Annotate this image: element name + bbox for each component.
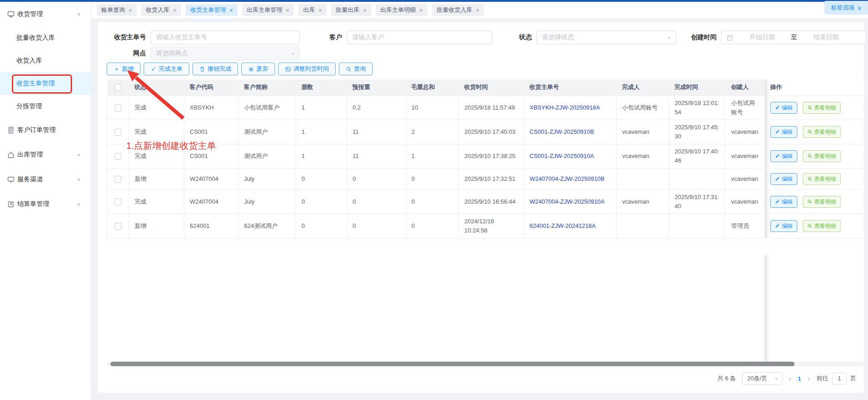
master-order-link[interactable]: W2407004-ZJW-20250910B: [530, 175, 605, 182]
status-select[interactable]: 请选择状态 ∨: [536, 31, 676, 44]
customer-input[interactable]: 请输入客户: [347, 31, 492, 44]
close-icon[interactable]: ×: [476, 7, 479, 13]
view-detail-button[interactable]: 查看明细: [803, 220, 841, 232]
tab[interactable]: 出库 ×: [298, 4, 327, 16]
master-order-link[interactable]: W2407004-ZJW-20250910A: [530, 198, 605, 205]
sidebar-item-label: 出库管理: [17, 151, 43, 159]
view-detail-button[interactable]: 查看明细: [803, 102, 841, 114]
view-detail-button[interactable]: 查看明细: [803, 126, 841, 138]
tab[interactable]: 批量收货入库 ×: [432, 4, 484, 16]
home-icon: [7, 151, 15, 158]
master-order-link[interactable]: XBSYKH-ZJW-20250918A: [530, 104, 600, 111]
horizontal-scrollbar-thumb[interactable]: [110, 362, 795, 366]
view-detail-button[interactable]: 查看明细: [803, 150, 841, 162]
cell-tickets: 0: [296, 189, 347, 214]
sidebar-item-receiving-management[interactable]: 收货管理 ∧: [0, 2, 91, 26]
tab[interactable]: 出库主单明细 ×: [376, 4, 428, 16]
discard-button[interactable]: ⊗ 废弃: [241, 63, 275, 75]
edit-button[interactable]: 编辑: [770, 126, 797, 138]
sidebar-item-customer-order-management[interactable]: 客户订单管理: [0, 118, 91, 142]
close-icon[interactable]: ×: [318, 7, 322, 13]
master-order-link[interactable]: CS001-ZJW-20250910A: [530, 153, 594, 159]
cell-operations: 编辑 查看明细: [765, 168, 864, 189]
horizontal-scrollbar-track: [107, 362, 864, 366]
cell-customer-code: 624001: [184, 214, 239, 238]
cell-master-no: W2407004-ZJW-20250910A: [524, 189, 617, 214]
tab[interactable]: 批量出库 ×: [331, 4, 371, 16]
sidebar-item-sorting-management[interactable]: 分拣管理: [0, 95, 91, 118]
cell-customer-name: July: [239, 189, 296, 214]
undo-complete-button[interactable]: 撤销完成: [192, 63, 238, 75]
sidebar-item-batch-receiving-inbound[interactable]: 批量收货入库: [0, 26, 91, 49]
view-detail-button[interactable]: 查看明细: [803, 196, 841, 208]
master-order-link[interactable]: 624001-ZJW-20241218A: [530, 222, 596, 229]
close-icon[interactable]: ×: [129, 7, 132, 13]
close-icon[interactable]: ×: [420, 7, 423, 13]
row-checkbox[interactable]: [114, 176, 121, 183]
sidebar-item-outbound-management[interactable]: 出库管理 ∨: [0, 142, 91, 167]
goto-page-input[interactable]: 1: [832, 373, 847, 384]
tab[interactable]: 出库主单管理 ×: [242, 4, 294, 16]
sidebar-item-receiving-inbound[interactable]: 收货入库: [0, 49, 91, 72]
tab[interactable]: 账单查询 ×: [97, 4, 137, 16]
edit-button[interactable]: 编辑: [770, 196, 797, 208]
detail-button-label: 查看明细: [814, 127, 836, 137]
tag-options-button[interactable]: 标签选项 ∨: [824, 1, 868, 15]
cell-creator: vcaveman: [726, 144, 765, 168]
close-icon[interactable]: ×: [173, 7, 177, 13]
current-page-number[interactable]: 1: [798, 375, 801, 382]
master-no-input[interactable]: 请输入收货主单号: [151, 31, 300, 44]
add-button[interactable]: + 新增: [107, 63, 140, 75]
chevron-up-icon[interactable]: ∧: [77, 12, 81, 16]
select-all-checkbox[interactable]: [114, 84, 121, 91]
cell-tickets: 1: [296, 95, 347, 120]
trash-icon: [199, 66, 205, 72]
prev-page-button[interactable]: ‹: [789, 375, 791, 383]
pagination: 共 6 条 20条/页 ∨ ‹ 1 › 前往 1 页: [717, 372, 856, 385]
sidebar-item-label: 客户订单管理: [17, 126, 56, 134]
row-checkbox[interactable]: [114, 153, 121, 160]
end-date-input[interactable]: 结束日期: [801, 33, 851, 42]
edit-button[interactable]: 编辑: [770, 173, 797, 185]
tab[interactable]: 收货主单管理 ×: [186, 4, 238, 16]
row-checkbox[interactable]: [114, 223, 121, 230]
row-checkbox[interactable]: [114, 199, 121, 205]
next-page-button[interactable]: ›: [807, 375, 810, 383]
sidebar-item-settlement-management[interactable]: 结算单管理 ∨: [0, 192, 91, 216]
chevron-down-icon[interactable]: ∨: [77, 153, 81, 157]
sidebar-item-service-channel[interactable]: 服务渠道 ∨: [0, 167, 91, 192]
close-icon[interactable]: ×: [229, 7, 233, 13]
create-time-range-picker[interactable]: 开始日期 至 结束日期: [721, 31, 866, 44]
adjust-arrival-time-button[interactable]: 调整到货时间: [278, 63, 336, 75]
sidebar-item-receiving-master-order[interactable]: 收货主单管理: [0, 72, 91, 95]
chevron-down-icon[interactable]: ∨: [77, 202, 81, 206]
master-order-link[interactable]: CS001-ZJW-20250910B: [530, 128, 594, 135]
tab[interactable]: 收货入库 ×: [141, 4, 182, 16]
edit-button[interactable]: 编辑: [770, 150, 797, 162]
discard-button-label: 废弃: [256, 65, 268, 73]
row-checkbox[interactable]: [114, 105, 121, 111]
column-operations: 操作: [765, 79, 864, 95]
cell-finisher: [617, 214, 669, 238]
search-button[interactable]: 查询: [339, 63, 373, 75]
branch-select[interactable]: 请选择网点 ∨: [151, 47, 300, 60]
cell-status: 完成: [129, 95, 184, 120]
cell-finisher: [617, 168, 669, 189]
edit-button[interactable]: 编辑: [770, 102, 797, 114]
check-icon: ✓: [151, 66, 156, 72]
cell-customer-code: CS001: [184, 144, 239, 168]
column-tickets: 票数: [296, 79, 347, 95]
complete-master-order-button[interactable]: ✓ 完成主单: [144, 63, 189, 75]
close-icon[interactable]: ×: [286, 7, 290, 13]
chevron-down-icon[interactable]: ∨: [77, 177, 81, 182]
cell-finisher: vcaveman: [617, 144, 669, 168]
cell-forecast-weight: 0.2: [347, 95, 406, 120]
edit-button-label: 编辑: [782, 103, 793, 112]
start-date-input[interactable]: 开始日期: [737, 33, 787, 42]
row-checkbox[interactable]: [114, 129, 121, 136]
view-detail-button[interactable]: 查看明细: [803, 173, 841, 185]
page-size-select[interactable]: 20条/页 ∨: [742, 372, 782, 385]
page-unit-label: 页: [850, 374, 856, 383]
edit-button[interactable]: 编辑: [770, 220, 797, 232]
close-icon[interactable]: ×: [363, 7, 367, 13]
